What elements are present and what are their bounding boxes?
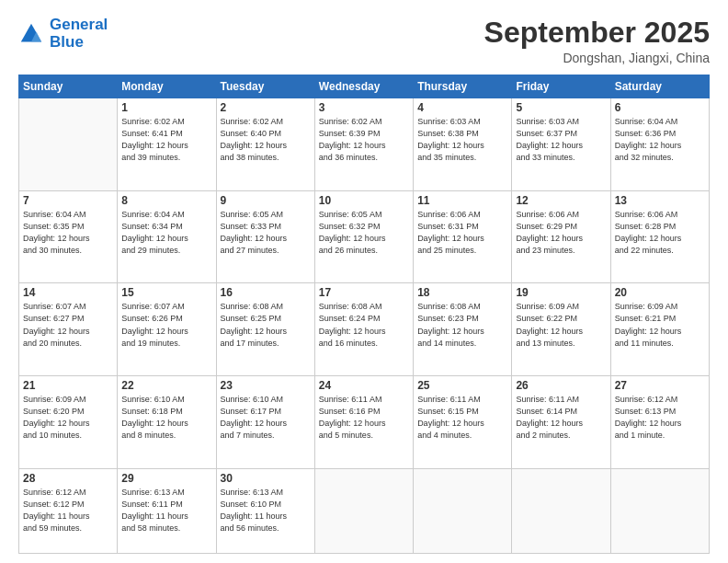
day-number: 9 — [221, 194, 311, 207]
calendar-cell: 16Sunrise: 6:08 AM Sunset: 6:25 PM Dayli… — [216, 283, 314, 376]
day-number: 27 — [615, 379, 705, 392]
calendar-cell: 12Sunrise: 6:06 AM Sunset: 6:29 PM Dayli… — [512, 190, 610, 283]
day-number: 25 — [417, 379, 507, 392]
day-number: 17 — [319, 286, 409, 299]
day-number: 19 — [516, 286, 606, 299]
title-block: September 2025 Dongshan, Jiangxi, China — [484, 17, 710, 65]
calendar-cell: 18Sunrise: 6:08 AM Sunset: 6:23 PM Dayli… — [414, 283, 512, 376]
weekday-header-wednesday: Wednesday — [314, 75, 413, 98]
day-number: 13 — [615, 194, 705, 207]
calendar-cell: 7Sunrise: 6:04 AM Sunset: 6:35 PM Daylig… — [19, 190, 118, 283]
weekday-header-sunday: Sunday — [19, 75, 118, 98]
calendar-week-row: 14Sunrise: 6:07 AM Sunset: 6:27 PM Dayli… — [19, 283, 710, 376]
calendar-week-row: 28Sunrise: 6:12 AM Sunset: 6:12 PM Dayli… — [19, 468, 710, 553]
calendar-cell: 15Sunrise: 6:07 AM Sunset: 6:26 PM Dayli… — [118, 283, 216, 376]
calendar-cell: 4Sunrise: 6:03 AM Sunset: 6:38 PM Daylig… — [414, 98, 512, 191]
weekday-header-tuesday: Tuesday — [216, 75, 314, 98]
logo-text: General Blue — [50, 17, 108, 51]
day-number: 28 — [23, 472, 113, 485]
day-number: 11 — [417, 194, 507, 207]
calendar-cell — [512, 468, 610, 553]
calendar-cell: 17Sunrise: 6:08 AM Sunset: 6:24 PM Dayli… — [314, 283, 413, 376]
day-number: 8 — [121, 194, 211, 207]
calendar-cell: 1Sunrise: 6:02 AM Sunset: 6:41 PM Daylig… — [118, 98, 216, 191]
month-title: September 2025 — [484, 17, 710, 49]
logo-icon — [18, 21, 44, 47]
day-number: 20 — [615, 286, 705, 299]
calendar-cell: 23Sunrise: 6:10 AM Sunset: 6:17 PM Dayli… — [216, 376, 314, 469]
day-info: Sunrise: 6:10 AM Sunset: 6:17 PM Dayligh… — [221, 394, 311, 442]
calendar-cell: 14Sunrise: 6:07 AM Sunset: 6:27 PM Dayli… — [19, 283, 118, 376]
calendar-cell: 21Sunrise: 6:09 AM Sunset: 6:20 PM Dayli… — [19, 376, 118, 469]
logo-line2: Blue — [50, 33, 84, 51]
logo-line1: General — [50, 16, 108, 33]
calendar-cell: 6Sunrise: 6:04 AM Sunset: 6:36 PM Daylig… — [610, 98, 709, 191]
day-info: Sunrise: 6:11 AM Sunset: 6:16 PM Dayligh… — [319, 394, 409, 442]
calendar-cell: 30Sunrise: 6:13 AM Sunset: 6:10 PM Dayli… — [216, 468, 314, 553]
calendar-cell: 11Sunrise: 6:06 AM Sunset: 6:31 PM Dayli… — [414, 190, 512, 283]
calendar-cell — [19, 98, 118, 191]
day-info: Sunrise: 6:05 AM Sunset: 6:33 PM Dayligh… — [221, 209, 311, 257]
calendar-cell: 22Sunrise: 6:10 AM Sunset: 6:18 PM Dayli… — [118, 376, 216, 469]
day-info: Sunrise: 6:06 AM Sunset: 6:28 PM Dayligh… — [615, 209, 705, 257]
day-info: Sunrise: 6:09 AM Sunset: 6:21 PM Dayligh… — [615, 301, 705, 349]
calendar-table: SundayMondayTuesdayWednesdayThursdayFrid… — [18, 75, 710, 554]
calendar-cell: 2Sunrise: 6:02 AM Sunset: 6:40 PM Daylig… — [216, 98, 314, 191]
day-number: 21 — [23, 379, 113, 392]
day-info: Sunrise: 6:11 AM Sunset: 6:15 PM Dayligh… — [417, 394, 507, 442]
calendar-cell: 25Sunrise: 6:11 AM Sunset: 6:15 PM Dayli… — [414, 376, 512, 469]
day-number: 26 — [516, 379, 606, 392]
day-number: 5 — [516, 101, 606, 114]
day-info: Sunrise: 6:06 AM Sunset: 6:31 PM Dayligh… — [417, 209, 507, 257]
day-number: 10 — [319, 194, 409, 207]
day-number: 1 — [121, 101, 211, 114]
day-info: Sunrise: 6:04 AM Sunset: 6:34 PM Dayligh… — [121, 209, 211, 257]
day-number: 24 — [319, 379, 409, 392]
day-number: 18 — [417, 286, 507, 299]
day-info: Sunrise: 6:04 AM Sunset: 6:36 PM Dayligh… — [615, 116, 705, 164]
day-info: Sunrise: 6:08 AM Sunset: 6:23 PM Dayligh… — [417, 301, 507, 349]
day-info: Sunrise: 6:08 AM Sunset: 6:25 PM Dayligh… — [221, 301, 311, 349]
day-info: Sunrise: 6:04 AM Sunset: 6:35 PM Dayligh… — [23, 209, 113, 257]
day-number: 22 — [121, 379, 211, 392]
weekday-header-friday: Friday — [512, 75, 610, 98]
day-info: Sunrise: 6:03 AM Sunset: 6:37 PM Dayligh… — [516, 116, 606, 164]
day-number: 3 — [319, 101, 409, 114]
day-info: Sunrise: 6:02 AM Sunset: 6:39 PM Dayligh… — [319, 116, 409, 164]
calendar-cell: 9Sunrise: 6:05 AM Sunset: 6:33 PM Daylig… — [216, 190, 314, 283]
calendar-cell: 29Sunrise: 6:13 AM Sunset: 6:11 PM Dayli… — [118, 468, 216, 553]
calendar-body: 1Sunrise: 6:02 AM Sunset: 6:41 PM Daylig… — [19, 98, 710, 554]
weekday-header-monday: Monday — [118, 75, 216, 98]
day-info: Sunrise: 6:12 AM Sunset: 6:12 PM Dayligh… — [23, 487, 113, 534]
day-number: 16 — [221, 286, 311, 299]
day-info: Sunrise: 6:11 AM Sunset: 6:14 PM Dayligh… — [516, 394, 606, 442]
day-info: Sunrise: 6:07 AM Sunset: 6:26 PM Dayligh… — [121, 301, 211, 349]
page: General Blue September 2025 Dongshan, Ji… — [0, 0, 728, 563]
calendar-cell: 20Sunrise: 6:09 AM Sunset: 6:21 PM Dayli… — [610, 283, 709, 376]
day-number: 12 — [516, 194, 606, 207]
day-number: 2 — [221, 101, 311, 114]
calendar-week-row: 21Sunrise: 6:09 AM Sunset: 6:20 PM Dayli… — [19, 376, 710, 469]
day-number: 29 — [121, 472, 211, 485]
calendar-cell: 27Sunrise: 6:12 AM Sunset: 6:13 PM Dayli… — [610, 376, 709, 469]
day-info: Sunrise: 6:10 AM Sunset: 6:18 PM Dayligh… — [121, 394, 211, 442]
calendar-cell: 28Sunrise: 6:12 AM Sunset: 6:12 PM Dayli… — [19, 468, 118, 553]
calendar-cell — [414, 468, 512, 553]
weekday-header-thursday: Thursday — [414, 75, 512, 98]
logo: General Blue — [18, 17, 108, 51]
day-number: 14 — [23, 286, 113, 299]
day-info: Sunrise: 6:08 AM Sunset: 6:24 PM Dayligh… — [319, 301, 409, 349]
calendar-cell: 24Sunrise: 6:11 AM Sunset: 6:16 PM Dayli… — [314, 376, 413, 469]
calendar-week-row: 1Sunrise: 6:02 AM Sunset: 6:41 PM Daylig… — [19, 98, 710, 191]
day-info: Sunrise: 6:07 AM Sunset: 6:27 PM Dayligh… — [23, 301, 113, 349]
day-info: Sunrise: 6:09 AM Sunset: 6:20 PM Dayligh… — [23, 394, 113, 442]
day-number: 23 — [221, 379, 311, 392]
calendar-cell: 5Sunrise: 6:03 AM Sunset: 6:37 PM Daylig… — [512, 98, 610, 191]
day-info: Sunrise: 6:02 AM Sunset: 6:40 PM Dayligh… — [221, 116, 311, 164]
day-info: Sunrise: 6:03 AM Sunset: 6:38 PM Dayligh… — [417, 116, 507, 164]
day-info: Sunrise: 6:13 AM Sunset: 6:11 PM Dayligh… — [121, 487, 211, 534]
day-number: 7 — [23, 194, 113, 207]
calendar-cell: 13Sunrise: 6:06 AM Sunset: 6:28 PM Dayli… — [610, 190, 709, 283]
calendar-cell: 8Sunrise: 6:04 AM Sunset: 6:34 PM Daylig… — [118, 190, 216, 283]
day-info: Sunrise: 6:02 AM Sunset: 6:41 PM Dayligh… — [121, 116, 211, 164]
